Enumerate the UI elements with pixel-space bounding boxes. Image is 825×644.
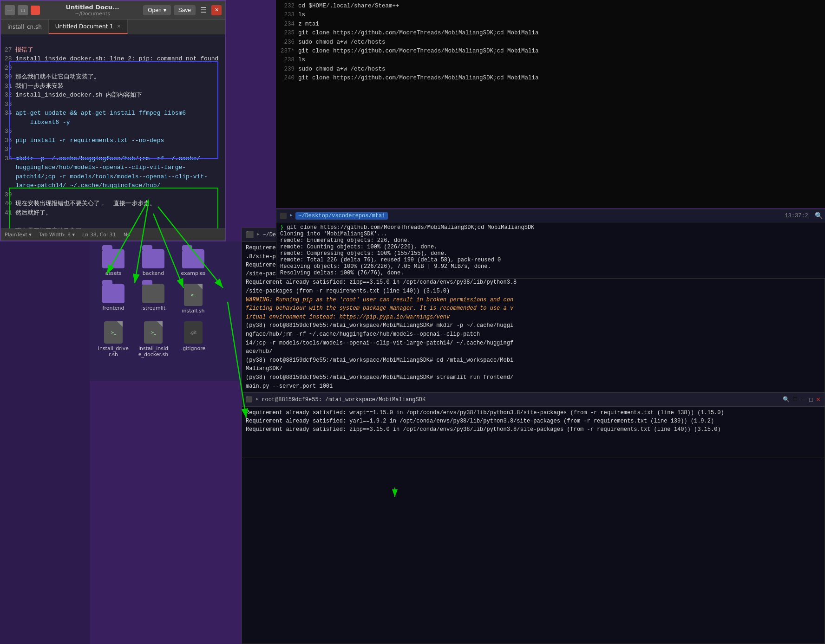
- terminal2-search-icon[interactable]: 🔍: [815, 212, 823, 220]
- term-line: 234 z mtai: [280, 20, 821, 29]
- terminal-history-content: 232 cd $HOME/.local/share/Steam++ 233 ls…: [276, 0, 825, 85]
- terminal3-arrow: ➤: [256, 231, 260, 238]
- tab-label: install_cn.sh: [7, 24, 42, 30]
- open-button[interactable]: Open ▾: [143, 5, 170, 15]
- term-line: 236 sudo chmod a+w /etc/hosts: [280, 38, 821, 47]
- terminal-root-search-icon[interactable]: 🔍: [783, 396, 790, 403]
- tab-close-icon[interactable]: ✕: [117, 24, 121, 29]
- gedit-app-icon: [31, 6, 40, 15]
- file-item-install-inside-docker[interactable]: >_ install_inside_docker.sh: [137, 321, 170, 358]
- tab-untitled-document[interactable]: Untitled Document 1 ✕: [49, 20, 128, 34]
- folder-icon: [142, 249, 164, 268]
- term-line: 232 cd $HOME/.local/share/Steam++: [280, 2, 821, 11]
- term3-line: (py38) root@88159dcf9e55:/mtai_workspace…: [246, 356, 821, 373]
- save-button[interactable]: Save: [174, 5, 196, 15]
- term2-output: Cloning into 'MobiMaliangSDK'... remote:…: [280, 231, 825, 276]
- tab-install-cn[interactable]: install_cn.sh: [1, 20, 49, 34]
- term3-line: (py38) root@88159dcf9e55:/mtai_workspace…: [246, 373, 821, 390]
- terminal-root-path: root@88159dcf9e55: /mtai_workspace/MobiM…: [262, 397, 426, 403]
- term-line: 238 ls: [280, 56, 821, 65]
- gedit-window: — □ Untitled Docu... ~/Documents Open ▾ …: [0, 0, 226, 241]
- term-line: 240 git clone https://github.com/MooreTh…: [280, 74, 821, 83]
- term-line: 233 ls: [280, 11, 821, 20]
- folder-icon: [102, 284, 124, 303]
- terminal-root-minimize[interactable]: —: [800, 396, 806, 403]
- terminal2-path: ~/Desktop/vscoderepos/mtai: [295, 212, 388, 220]
- file-item-install-driver[interactable]: >_ install_driver.sh: [97, 321, 130, 358]
- gedit-tabs: install_cn.sh Untitled Document 1 ✕: [1, 20, 225, 34]
- terminal-root[interactable]: ⬛ ➤ root@88159dcf9e55: /mtai_workspace/M…: [242, 392, 825, 457]
- terminal-root-menu-icon[interactable]: ☰: [792, 396, 798, 403]
- folder-icon: [182, 249, 204, 268]
- minimize-button[interactable]: —: [5, 5, 15, 15]
- term-line: 237* git clone https://github.com/MooreT…: [280, 47, 821, 56]
- script-icon: >_: [184, 284, 203, 306]
- file-name: install.sh: [182, 308, 204, 314]
- file-item-assets[interactable]: assets: [97, 249, 130, 276]
- file-item-install-sh[interactable]: >_ install.sh: [177, 284, 210, 314]
- file-name: install_inside_docker.sh: [137, 345, 170, 358]
- terminal2-titlebar: ➤ ~/Desktop/vscoderepos/mtai 13:37:2 🔍 ☰…: [276, 209, 825, 222]
- menu-button[interactable]: ☰: [198, 4, 209, 16]
- gedit-window-subtitle: ~/Documents: [75, 11, 110, 17]
- status-encoding: Ns: [124, 232, 130, 238]
- gedit-editor[interactable]: 27 报错了 28 install_inside_docker.sh: line…: [1, 34, 225, 228]
- term-line: 239 sudo chmod a+w /etc/hosts: [280, 65, 821, 74]
- term-line: 235 git clone https://github.com/MooreTh…: [280, 29, 821, 38]
- script-icon: >_: [104, 321, 123, 344]
- file-name: .streamlit: [141, 305, 165, 311]
- status-position: Ln 38, Col 31: [82, 232, 116, 238]
- terminal-root-maximize[interactable]: □: [809, 396, 813, 403]
- term2-prompt-line: } git clone https://github.com/MooreThre…: [280, 224, 825, 231]
- file-name: install_driver.sh: [97, 345, 130, 358]
- terminal2-path-prefix: ➤: [289, 212, 293, 219]
- term3-warning: WARNING: Running pip as the 'root' user …: [246, 296, 821, 322]
- gedit-titlebar: — □ Untitled Docu... ~/Documents Open ▾ …: [1, 1, 225, 20]
- terminal-history[interactable]: 232 cd $HOME/.local/share/Steam++ 233 ls…: [276, 0, 825, 208]
- open-chevron-icon: ▾: [164, 7, 166, 13]
- file-item-backend[interactable]: backend: [137, 249, 170, 276]
- terminal-root-content: Requirement already satisfied: wrapt==1.…: [242, 407, 825, 436]
- gedit-statusbar: PlainText ▾ Tab Width: 8 ▾ Ln 38, Col 31…: [1, 228, 225, 241]
- hidden-folder-icon: [142, 284, 164, 303]
- file-item-examples[interactable]: examples: [177, 249, 210, 276]
- term3-line: Requirement already satisfied: zipp==3.1…: [246, 278, 821, 295]
- script-icon: >_: [144, 321, 163, 344]
- status-format[interactable]: PlainText ▾: [5, 232, 32, 238]
- terminal-root-icon: ⬛: [246, 396, 253, 403]
- status-tab-width[interactable]: Tab Width: 8 ▾: [39, 232, 75, 238]
- file-name: assets: [105, 270, 121, 276]
- file-item-streamlit[interactable]: .streamlit: [137, 284, 170, 314]
- file-item-frontend[interactable]: frontend: [97, 284, 130, 314]
- terminal-root-arrow: ➤: [255, 396, 259, 403]
- maximize-button[interactable]: □: [18, 5, 28, 15]
- terminal-root-close[interactable]: ✕: [816, 396, 821, 403]
- file-name: .gitignore: [181, 345, 206, 351]
- save-label: Save: [178, 7, 191, 13]
- file-grid: assets backend examples frontend .stream…: [90, 241, 246, 381]
- editor-content: 27 报错了 28 install_inside_docker.sh: line…: [1, 34, 225, 228]
- open-label: Open: [148, 7, 161, 13]
- terminal-root-titlebar: ⬛ ➤ root@88159dcf9e55: /mtai_workspace/M…: [242, 393, 825, 407]
- hidden-file-icon: .git: [184, 321, 203, 344]
- file-item-gitignore[interactable]: .git .gitignore: [177, 321, 210, 358]
- file-name: frontend: [103, 305, 124, 311]
- terminal3-icon: ⬛: [246, 231, 254, 239]
- terminal2-icon: [280, 213, 287, 219]
- tab-label: Untitled Document 1: [55, 23, 113, 30]
- close-button[interactable]: ✕: [211, 5, 222, 15]
- terminal2-time: 13:37:2: [785, 213, 808, 219]
- folder-icon: [102, 249, 124, 268]
- terminal-git-clone[interactable]: ➤ ~/Desktop/vscoderepos/mtai 13:37:2 🔍 ☰…: [276, 209, 825, 279]
- terminal2-content: } git clone https://github.com/MooreThre…: [276, 222, 825, 278]
- file-name: backend: [143, 270, 164, 276]
- gedit-window-title: Untitled Docu...: [65, 4, 119, 11]
- file-name: examples: [181, 270, 205, 276]
- term3-line: (py38) root@88159dcf9e55:/mtai_workspace…: [246, 321, 821, 356]
